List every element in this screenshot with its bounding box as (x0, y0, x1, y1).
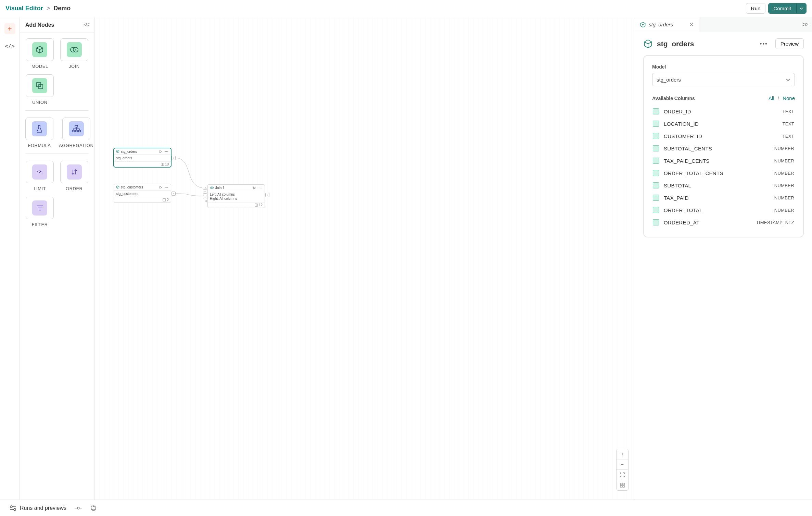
cube-icon (643, 39, 653, 49)
node-type-union[interactable]: UNION (25, 74, 54, 105)
column-type: NUMBER (774, 195, 794, 200)
gauge-icon (36, 168, 44, 176)
left-rail: + </> (0, 17, 20, 500)
zoom-in-button[interactable]: + (617, 449, 628, 459)
node-input-port-right[interactable]: + (203, 195, 207, 199)
canvas-node-join-1[interactable]: Join 1 ··· Left: All columns Right: All … (207, 184, 265, 208)
bottom-refresh-icon-button[interactable] (90, 505, 97, 511)
model-card: Model stg_orders Available Columns All /… (643, 55, 804, 237)
node-type-label: MODEL (31, 64, 48, 69)
port-label-right: R (205, 200, 207, 203)
column-checkbox[interactable] (653, 158, 659, 164)
node-type-aggregation[interactable]: AGGREGATION (59, 118, 93, 148)
node-body-right: Right: All columns (210, 197, 263, 200)
expand-icon (620, 472, 625, 477)
node-type-formula[interactable]: FORMULA (25, 118, 53, 148)
column-checkbox[interactable] (653, 182, 659, 188)
breadcrumb-leaf: Demo (53, 5, 71, 12)
column-name: CUSTOMER_ID (664, 133, 702, 139)
run-button[interactable]: Run (746, 3, 766, 14)
node-body: stg_customers (116, 192, 138, 196)
play-icon (253, 186, 256, 189)
zoom-out-button[interactable]: − (617, 459, 628, 470)
column-row[interactable]: CUSTOMER_IDTEXT (652, 130, 795, 142)
collapse-palette-button[interactable]: << (84, 21, 89, 28)
chevron-down-icon (786, 77, 790, 82)
inspector-tab[interactable]: stg_orders ✕ (635, 17, 699, 32)
column-checkbox[interactable] (653, 195, 659, 201)
column-row[interactable]: ORDER_TOTALNUMBER (652, 204, 795, 216)
column-row[interactable]: LOCATION_IDTEXT (652, 118, 795, 130)
column-row[interactable]: ORDER_TOTAL_CENTSNUMBER (652, 167, 795, 179)
column-type: TEXT (783, 134, 794, 139)
node-type-order[interactable]: ORDER (60, 161, 89, 191)
code-view-button[interactable]: </> (4, 40, 15, 51)
expand-panel-button[interactable]: >> (797, 21, 812, 28)
node-input-port-left[interactable]: + (203, 189, 207, 194)
node-column-count: 2 (167, 198, 169, 202)
model-select[interactable]: stg_orders (652, 73, 795, 86)
node-more-button[interactable]: ··· (164, 185, 169, 189)
commit-button[interactable]: Commit (768, 3, 796, 14)
node-type-label: ORDER (66, 186, 83, 191)
node-more-button[interactable]: ··· (258, 186, 263, 190)
column-type: TEXT (783, 121, 794, 126)
node-type-label: FORMULA (28, 143, 51, 148)
node-output-port[interactable]: + (172, 192, 176, 196)
column-row[interactable]: ORDER_IDTEXT (652, 105, 795, 118)
node-run-button[interactable] (158, 186, 163, 189)
select-none-link[interactable]: None (783, 95, 795, 101)
inspector-title: stg_orders (657, 40, 694, 48)
available-columns-label: Available Columns (652, 96, 695, 101)
column-checkbox[interactable] (653, 207, 659, 213)
column-type: NUMBER (774, 158, 794, 163)
zoom-fit-button[interactable] (617, 470, 628, 480)
cube-icon (116, 150, 119, 153)
column-checkbox[interactable] (653, 121, 659, 127)
column-checkbox[interactable] (653, 108, 659, 114)
runs-icon (10, 505, 16, 511)
commit-dropdown-button[interactable] (796, 3, 807, 14)
bottom-bar: Runs and previews (0, 500, 812, 516)
canvas-node-stg-customers[interactable]: stg_customers ··· stg_customers 2 + (114, 184, 171, 203)
node-run-button[interactable] (158, 150, 163, 153)
column-row[interactable]: TAX_PAIDNUMBER (652, 192, 795, 204)
bottom-commit-icon-button[interactable] (75, 506, 82, 510)
cube-icon (640, 22, 646, 28)
node-body-left: Left: All columns (210, 193, 263, 196)
column-row[interactable]: ORDERED_ATTIMESTAMP_NTZ (652, 216, 795, 229)
zoom-controls: + − (616, 449, 629, 491)
cube-icon (36, 46, 44, 54)
select-all-link[interactable]: All (769, 95, 774, 101)
zoom-grid-button[interactable] (617, 480, 628, 490)
flask-icon (36, 125, 43, 133)
minus-icon: − (621, 462, 624, 467)
node-run-button[interactable] (252, 186, 257, 189)
inspector-more-button[interactable]: ••• (760, 41, 768, 47)
column-type: NUMBER (774, 146, 794, 151)
node-output-port[interactable]: + (172, 156, 176, 160)
node-type-filter[interactable]: FILTER (25, 197, 54, 227)
svg-rect-7 (78, 130, 80, 132)
column-name: TAX_PAID_CENTS (664, 158, 710, 164)
column-row[interactable]: SUBTOTALNUMBER (652, 179, 795, 192)
node-output-port[interactable]: + (265, 193, 269, 197)
node-type-join[interactable]: JOIN (60, 38, 89, 69)
column-checkbox[interactable] (653, 170, 659, 176)
column-checkbox[interactable] (653, 133, 659, 139)
column-checkbox[interactable] (653, 145, 659, 151)
add-node-button[interactable]: + (4, 23, 15, 34)
node-more-button[interactable]: ··· (164, 149, 169, 153)
breadcrumb-root[interactable]: Visual Editor (5, 5, 43, 12)
preview-button[interactable]: Preview (775, 38, 804, 49)
runs-and-previews-button[interactable]: Runs and previews (10, 505, 66, 511)
close-tab-button[interactable]: ✕ (689, 22, 694, 28)
canvas-node-stg-orders[interactable]: stg_orders ··· stg_orders 10 + (114, 148, 171, 167)
column-row[interactable]: TAX_PAID_CENTSNUMBER (652, 155, 795, 167)
node-body: stg_orders (116, 156, 132, 160)
column-checkbox[interactable] (653, 219, 659, 225)
node-type-limit[interactable]: LIMIT (25, 161, 54, 191)
column-row[interactable]: SUBTOTAL_CENTSNUMBER (652, 142, 795, 155)
node-type-model[interactable]: MODEL (25, 38, 54, 69)
canvas[interactable]: stg_orders ··· stg_orders 10 + stg_custo… (94, 17, 635, 500)
